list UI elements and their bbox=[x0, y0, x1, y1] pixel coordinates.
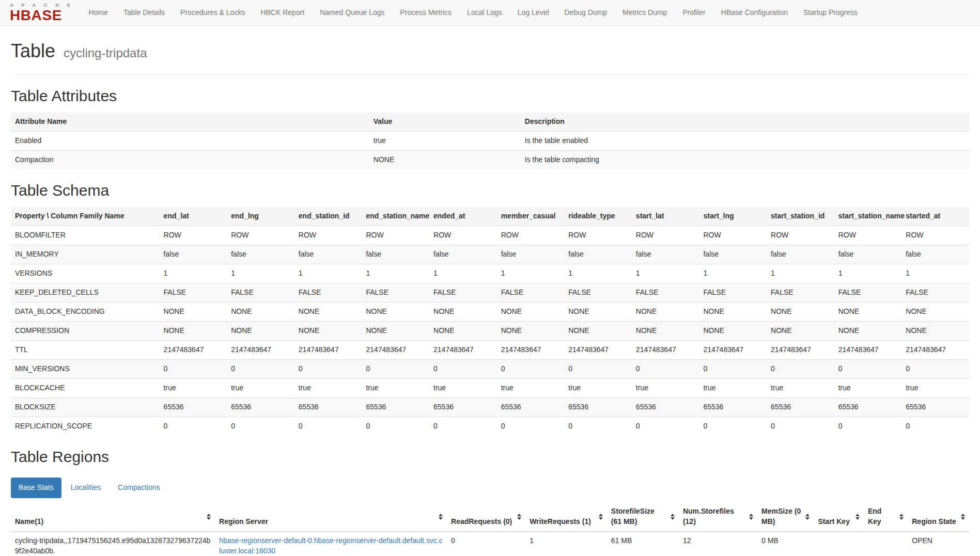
schema-property-name: REPLICATION_SCOPE bbox=[11, 417, 160, 435]
schema-property-value: NONE bbox=[294, 302, 362, 321]
schema-property-value: 2147483647 bbox=[901, 340, 969, 359]
regions-header-region_state[interactable]: Region State bbox=[908, 502, 969, 532]
regions-header-end_key[interactable]: End Key bbox=[864, 502, 908, 532]
schema-property-value: false bbox=[362, 245, 429, 264]
schema-property-name: COMPRESSION bbox=[11, 321, 160, 340]
schema-property-name: KEEP_DELETED_CELLS bbox=[11, 283, 160, 303]
schema-header-end-lng: end_lng bbox=[227, 207, 294, 226]
schema-header-start-lng: start_lng bbox=[699, 207, 767, 226]
schema-property-value: 65536 bbox=[497, 398, 565, 417]
schema-property-value: 65536 bbox=[294, 398, 362, 417]
schema-property-value: 0 bbox=[901, 417, 969, 435]
schema-property-value: 1 bbox=[227, 264, 294, 283]
schema-property-value: true bbox=[294, 378, 362, 398]
schema-property-value: FALSE bbox=[632, 283, 699, 303]
regions-header-mem_size[interactable]: MemSize (0 MB) bbox=[757, 502, 814, 532]
schema-property-value: 65536 bbox=[160, 398, 227, 417]
nav-item-log-level[interactable]: Log Level bbox=[510, 4, 557, 22]
schema-property-value: true bbox=[834, 378, 902, 398]
schema-property-value: 2147483647 bbox=[362, 340, 429, 359]
schema-row-blockcache: BLOCKCACHEtruetruetruetruetruetruetruetr… bbox=[11, 378, 969, 398]
schema-property-value: NONE bbox=[699, 302, 767, 321]
schema-property-value: NONE bbox=[429, 321, 497, 340]
attributes-table: Attribute NameValueDescription Enabledtr… bbox=[11, 113, 969, 169]
schema-property-value: 0 bbox=[632, 417, 699, 435]
logo-apache-text: A P A C H E bbox=[10, 3, 74, 8]
sort-icon bbox=[671, 514, 675, 520]
regions-header-name[interactable]: Name(1) bbox=[11, 502, 215, 532]
schema-property-value: 65536 bbox=[632, 398, 699, 417]
nav-item-profiler[interactable]: Profiler bbox=[675, 4, 713, 22]
tab-compactions[interactable]: Compactions bbox=[110, 478, 168, 498]
region-cell-region_server: hbase-regionserver-default-0.hbase-regio… bbox=[215, 532, 447, 556]
schema-property-value: false bbox=[901, 245, 969, 264]
schema-property-value: 0 bbox=[901, 359, 969, 378]
schema-property-value: ROW bbox=[834, 226, 902, 245]
sort-icon bbox=[855, 514, 860, 520]
regions-header-label: Start Key bbox=[818, 517, 849, 526]
nav-item-startup-progress[interactable]: Startup Progress bbox=[796, 4, 865, 22]
schema-property-value: 1 bbox=[362, 264, 429, 283]
nav-item-hbase-configuration[interactable]: HBase Configuration bbox=[713, 4, 796, 22]
schema-property-value: true bbox=[632, 378, 699, 398]
regions-header-storefile_size[interactable]: StorefileSize (61 MB) bbox=[607, 502, 679, 532]
sort-icon bbox=[749, 514, 753, 520]
regions-header-label: StorefileSize (61 MB) bbox=[611, 507, 655, 526]
schema-property-value: ROW bbox=[227, 226, 294, 245]
nav-item-hbck-report[interactable]: HBCK Report bbox=[253, 4, 312, 22]
attribute-cell: NONE bbox=[369, 151, 521, 169]
schema-header-rideable-type: rideable_type bbox=[564, 207, 632, 226]
schema-property-value: 2147483647 bbox=[294, 340, 362, 359]
schema-property-value: 0 bbox=[429, 417, 497, 435]
regions-header-label: Region Server bbox=[219, 517, 268, 526]
nav-item-named-queue-logs[interactable]: Named Queue Logs bbox=[312, 4, 392, 22]
sort-icon bbox=[599, 514, 603, 520]
regions-header-num_storefiles[interactable]: Num.Storefiles (12) bbox=[679, 502, 757, 532]
nav-item-table-details[interactable]: Table Details bbox=[116, 4, 173, 22]
schema-property-name: TTL bbox=[11, 340, 160, 359]
schema-property-value: 2147483647 bbox=[160, 340, 227, 359]
schema-property-value: NONE bbox=[362, 321, 429, 340]
nav-item-process-metrics[interactable]: Process Metrics bbox=[393, 4, 460, 22]
schema-property-value: NONE bbox=[227, 321, 294, 340]
schema-property-value: 65536 bbox=[699, 398, 767, 417]
regions-header-row: Name(1)Region ServerReadRequests (0)Writ… bbox=[11, 502, 969, 532]
sort-icon bbox=[961, 514, 965, 520]
schema-property-value: 0 bbox=[160, 417, 227, 435]
schema-property-value: 2147483647 bbox=[227, 340, 294, 359]
nav-item-local-logs[interactable]: Local Logs bbox=[459, 4, 510, 22]
attribute-cell: Is the table enabled bbox=[521, 132, 969, 151]
schema-property-value: ROW bbox=[767, 226, 834, 245]
nav-items: HomeTable DetailsProcedures & LocksHBCK … bbox=[81, 4, 865, 22]
attributes-heading: Table Attributes bbox=[11, 85, 969, 107]
schema-header-started-at: started_at bbox=[901, 207, 969, 226]
regions-header-read_requests[interactable]: ReadRequests (0) bbox=[447, 502, 525, 532]
schema-property-value: ROW bbox=[362, 226, 429, 245]
schema-property-value: true bbox=[497, 378, 565, 398]
schema-property-value: false bbox=[294, 245, 362, 264]
nav-item-procedures-locks[interactable]: Procedures & Locks bbox=[173, 4, 253, 22]
nav-item-metrics-dump[interactable]: Metrics Dump bbox=[615, 4, 675, 22]
schema-property-value: NONE bbox=[632, 321, 699, 340]
regions-header-start_key[interactable]: Start Key bbox=[814, 502, 863, 532]
schema-property-value: 65536 bbox=[564, 398, 632, 417]
schema-header-end-station-name: end_station_name bbox=[362, 207, 429, 226]
schema-property-name: IN_MEMORY bbox=[11, 245, 160, 264]
schema-row-in-memory: IN_MEMORYfalsefalsefalsefalsefalsefalsef… bbox=[11, 245, 969, 264]
hbase-logo[interactable]: A P A C H E HBASE bbox=[10, 3, 74, 23]
schema-header-member-casual: member_casual bbox=[497, 207, 565, 226]
attributes-header-row: Attribute NameValueDescription bbox=[11, 113, 969, 131]
nav-item-debug-dump[interactable]: Debug Dump bbox=[557, 4, 615, 22]
nav-item-home[interactable]: Home bbox=[81, 4, 116, 22]
regions-header-region_server[interactable]: Region Server bbox=[215, 502, 447, 532]
tab-base-stats[interactable]: Base Stats bbox=[11, 478, 61, 498]
schema-property-value: 65536 bbox=[767, 398, 834, 417]
attribute-row: CompactionNONEIs the table compacting bbox=[11, 151, 969, 169]
regions-header-write_requests[interactable]: WriteRequests (1) bbox=[525, 502, 607, 532]
schema-property-name: BLOCKSIZE bbox=[11, 398, 160, 417]
page-subtitle: cycling-tripdata bbox=[64, 46, 147, 60]
region-server-link[interactable]: hbase-regionserver-default-0.hbase-regio… bbox=[219, 536, 443, 555]
schema-property-value: 1 bbox=[294, 264, 362, 283]
tab-localities[interactable]: Localities bbox=[63, 478, 108, 498]
schema-property-value: 65536 bbox=[901, 398, 969, 417]
